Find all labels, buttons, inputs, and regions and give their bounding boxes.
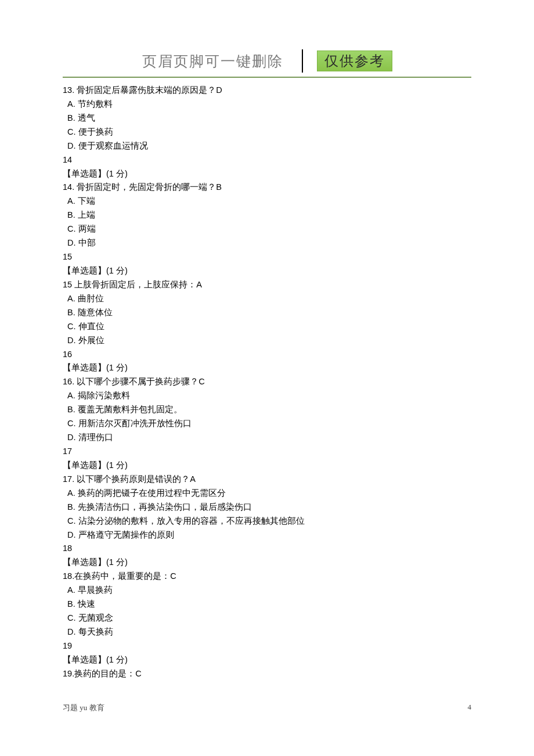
question-seq: 15 — [63, 250, 471, 264]
question-meta: 【单选题】(1 分) — [63, 459, 471, 473]
question-text: 17. 以下哪个换药原则是错误的？A — [63, 473, 471, 487]
question-option: D. 外展位 — [63, 334, 471, 348]
question-option: D. 便于观察血运情况 — [63, 139, 471, 153]
question-option: D. 每天换药 — [63, 625, 471, 639]
question-option: A. 下端 — [63, 195, 471, 208]
question-option: C. 伸直位 — [63, 320, 471, 334]
question-option: C. 便于换药 — [63, 125, 471, 139]
question-meta: 【单选题】(1 分) — [63, 264, 471, 278]
question-option: D. 严格遵守无菌操作的原则 — [63, 528, 471, 542]
question-seq: 18 — [63, 542, 471, 556]
question-option: B. 透气 — [63, 111, 471, 125]
question-option: C. 沾染分泌物的敷料，放入专用的容器，不应再接触其他部位 — [63, 514, 471, 528]
question-option: A. 换药的两把镊子在使用过程中无需区分 — [63, 487, 471, 501]
footer-left: 习题 yu 教育 — [63, 703, 104, 713]
question-text: 15 上肢骨折固定后，上肢应保持：A — [63, 278, 471, 292]
question-option: D. 清理伤口 — [63, 431, 471, 445]
question-seq: 19 — [63, 639, 471, 653]
question-text: 16. 以下哪个步骤不属于换药步骤？C — [63, 375, 471, 389]
question-option: C. 用新洁尔灭酊冲洗开放性伤口 — [63, 417, 471, 431]
question-option: A. 早晨换药 — [63, 584, 471, 597]
question-option: C. 无菌观念 — [63, 611, 471, 625]
question-option: B. 先换清洁伤口，再换沾染伤口，最后感染伤口 — [63, 501, 471, 514]
question-meta: 【单选题】(1 分) — [63, 556, 471, 570]
header-rule — [63, 77, 471, 78]
question-option: A. 曲肘位 — [63, 292, 471, 306]
question-meta: 【单选题】(1 分) — [63, 653, 471, 667]
question-option: A. 节约敷料 — [63, 98, 471, 111]
question-meta: 【单选题】(1 分) — [63, 167, 471, 181]
question-option: B. 随意体位 — [63, 306, 471, 320]
header-title: 页眉页脚可一键删除 — [142, 54, 283, 69]
question-option: B. 覆盖无菌敷料并包扎固定。 — [63, 403, 471, 417]
question-option: A. 揭除污染敷料 — [63, 389, 471, 403]
question-text: 19.换药的目的是：C — [63, 667, 471, 681]
question-option: C. 两端 — [63, 222, 471, 236]
header-badge: 仅供参考 — [317, 51, 392, 71]
question-option: B. 上端 — [63, 208, 471, 222]
page-header: 页眉页脚可一键删除 仅供参考 — [63, 50, 471, 72]
question-seq: 14 — [63, 153, 471, 167]
question-meta: 【单选题】(1 分) — [63, 361, 471, 375]
question-text: 18.在换药中，最重要的是：C — [63, 570, 471, 584]
question-option: B. 快速 — [63, 597, 471, 611]
footer-page-number: 4 — [468, 703, 472, 713]
question-seq: 17 — [63, 445, 471, 459]
question-text: 14. 骨折固定时，先固定骨折的哪一端？B — [63, 181, 471, 195]
question-seq: 16 — [63, 348, 471, 362]
question-option: D. 中部 — [63, 236, 471, 250]
document-content: 13. 骨折固定后暴露伤肢末端的原因是？DA. 节约敷料B. 透气C. 便于换药… — [63, 84, 471, 681]
header-divider — [302, 49, 303, 73]
question-text: 13. 骨折固定后暴露伤肢末端的原因是？D — [63, 84, 471, 98]
page-footer: 习题 yu 教育 4 — [63, 703, 471, 713]
